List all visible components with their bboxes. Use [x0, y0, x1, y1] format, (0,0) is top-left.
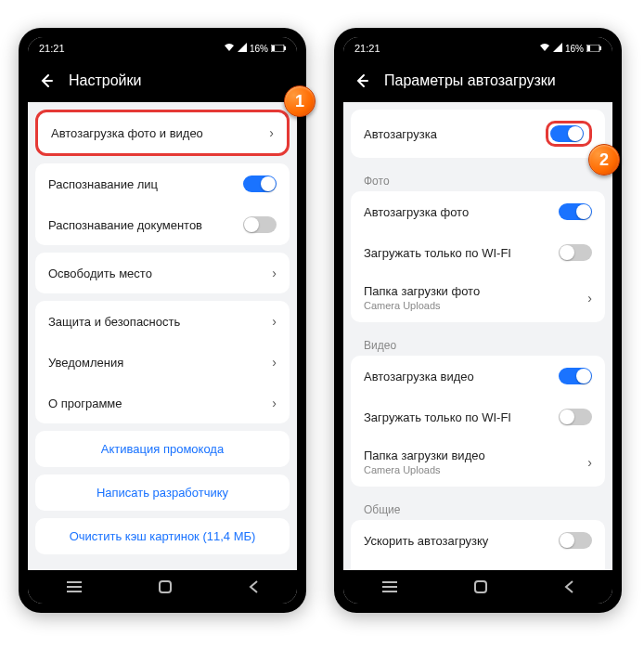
- row-label: Автозагрузка видео: [364, 370, 559, 384]
- section-photo: Фото: [351, 165, 605, 191]
- autophoto-row[interactable]: Автозагрузка фото: [351, 191, 605, 232]
- face-recognition-row[interactable]: Распознавание лиц: [35, 163, 290, 204]
- battery-icon: [271, 44, 286, 54]
- wifi-icon: [224, 43, 235, 54]
- chevron-right-icon: ›: [272, 396, 277, 410]
- home-icon[interactable]: [473, 579, 488, 594]
- toggle-off[interactable]: [243, 216, 277, 233]
- page-title: Настройки: [69, 72, 141, 89]
- contact-dev-button[interactable]: Написать разработчику: [35, 474, 290, 511]
- page-title: Параметры автозагрузки: [384, 72, 556, 89]
- row-sublabel: Camera Uploads: [364, 464, 587, 475]
- signal-icon: [238, 43, 247, 54]
- row-label: Освободить место: [48, 266, 272, 280]
- toggle-off[interactable]: [559, 244, 592, 261]
- common-card: Ускорить автозагрузку Выборочная загрузк…: [351, 520, 605, 570]
- wifi-only-photo-row[interactable]: Загружать только по WI-FI: [351, 232, 605, 273]
- auto-upload-row[interactable]: Автозагрузка фото и видео ›: [38, 112, 287, 153]
- status-bar: 21:21 16%: [343, 37, 612, 59]
- chevron-right-icon: ›: [272, 266, 277, 280]
- row-label: Автозагрузка фото: [364, 205, 559, 219]
- content-area: Автозагрузка фото и видео › Распознавани…: [28, 102, 297, 570]
- status-icons: 16%: [224, 43, 286, 54]
- back-icon[interactable]: [37, 72, 56, 90]
- selective-row[interactable]: Выборочная загрузка ›: [351, 561, 605, 570]
- callout-1: 1: [284, 85, 316, 117]
- chevron-right-icon: ›: [587, 291, 592, 306]
- promo-code-button[interactable]: Активация промокода: [35, 431, 290, 467]
- row-label: Ускорить автозагрузку: [364, 534, 559, 548]
- toggle-on[interactable]: [243, 176, 277, 192]
- row-label: О программе: [48, 396, 272, 410]
- svg-rect-6: [160, 581, 171, 592]
- autoupload-master-card: Автозагрузка: [351, 110, 605, 158]
- home-icon[interactable]: [158, 579, 173, 594]
- recents-icon[interactable]: [381, 580, 398, 593]
- row-label: Папка загрузки фото: [364, 284, 587, 298]
- auto-upload-row-highlighted: Автозагрузка фото и видео ›: [35, 110, 290, 156]
- chevron-right-icon: ›: [272, 355, 277, 370]
- svg-rect-8: [599, 46, 601, 50]
- notifications-row[interactable]: Уведомления ›: [35, 342, 290, 383]
- svg-rect-1: [284, 46, 286, 50]
- photo-card: Автозагрузка фото Загружать только по WI…: [351, 191, 605, 322]
- toggle-off[interactable]: [559, 409, 592, 425]
- video-card: Автозагрузка видео Загружать только по W…: [351, 356, 605, 487]
- chevron-right-icon: ›: [272, 314, 277, 329]
- row-label: Автозагрузка фото и видео: [51, 126, 269, 140]
- row-label: Распознавание лиц: [48, 177, 243, 191]
- back-nav-icon[interactable]: [248, 579, 259, 594]
- recognition-card: Распознавание лиц Распознавание документ…: [35, 163, 290, 245]
- back-icon[interactable]: [353, 72, 371, 90]
- svg-rect-13: [475, 581, 486, 592]
- row-sublabel: Camera Uploads: [364, 300, 587, 311]
- callout-2: 2: [588, 144, 620, 176]
- video-folder-row[interactable]: Папка загрузки видео Camera Uploads ›: [351, 437, 605, 487]
- about-row[interactable]: О программе ›: [35, 383, 290, 423]
- screen-2: 21:21 16% Параметры автозагрузки: [343, 37, 612, 604]
- autoupload-master-row[interactable]: Автозагрузка: [351, 110, 605, 158]
- section-video: Видео: [351, 330, 605, 356]
- row-label: Автозагрузка: [364, 127, 546, 141]
- app-bar: Настройки: [28, 59, 297, 102]
- chevron-right-icon: ›: [269, 125, 274, 140]
- autovideo-row[interactable]: Автозагрузка видео: [351, 356, 605, 396]
- battery-text: 16%: [565, 44, 584, 54]
- row-label: Папка загрузки видео: [364, 448, 587, 462]
- screen-1: 21:21 16% Настройки: [28, 37, 297, 604]
- row-label: Защита и безопасность: [48, 315, 272, 329]
- status-bar: 21:21 16%: [28, 37, 297, 59]
- content-area: Автозагрузка Фото Автозагрузка фото Загр…: [343, 102, 612, 570]
- toggle-off[interactable]: [559, 532, 592, 549]
- clear-cache-button[interactable]: Очистить кэш картинок (11,4 МБ): [35, 518, 290, 554]
- wifi-only-video-row[interactable]: Загружать только по WI-FI: [351, 396, 605, 437]
- row-label: Загружать только по WI-FI: [364, 246, 559, 260]
- svg-rect-2: [272, 46, 275, 51]
- wifi-icon: [539, 43, 550, 54]
- status-time: 21:21: [39, 43, 65, 54]
- doc-recognition-row[interactable]: Распознавание документов: [35, 204, 290, 245]
- chevron-right-icon: ›: [587, 455, 592, 470]
- speedup-row[interactable]: Ускорить автозагрузку: [351, 520, 605, 561]
- back-nav-icon[interactable]: [563, 579, 574, 594]
- recents-icon[interactable]: [66, 580, 83, 593]
- free-space-row[interactable]: Освободить место ›: [35, 253, 290, 293]
- nav-bar: [28, 570, 297, 604]
- toggle-on[interactable]: [550, 125, 584, 142]
- svg-rect-9: [587, 46, 590, 51]
- toggle-on[interactable]: [559, 368, 592, 384]
- row-label: Загружать только по WI-FI: [364, 410, 559, 424]
- photo-folder-row[interactable]: Папка загрузки фото Camera Uploads ›: [351, 273, 605, 322]
- row-label: Распознавание документов: [48, 218, 243, 232]
- app-bar: Параметры автозагрузки: [343, 59, 612, 102]
- battery-icon: [586, 44, 601, 54]
- signal-icon: [553, 43, 562, 54]
- free-space-card: Освободить место ›: [35, 253, 290, 293]
- security-row[interactable]: Защита и безопасность ›: [35, 301, 290, 342]
- status-icons: 16%: [539, 43, 601, 54]
- row-label: Уведомления: [48, 356, 272, 370]
- toggle-on[interactable]: [559, 203, 592, 220]
- phone-frame-1: 21:21 16% Настройки: [19, 28, 306, 613]
- misc-card: Защита и безопасность › Уведомления › О …: [35, 301, 290, 423]
- phone-frame-2: 21:21 16% Параметры автозагрузки: [334, 28, 622, 613]
